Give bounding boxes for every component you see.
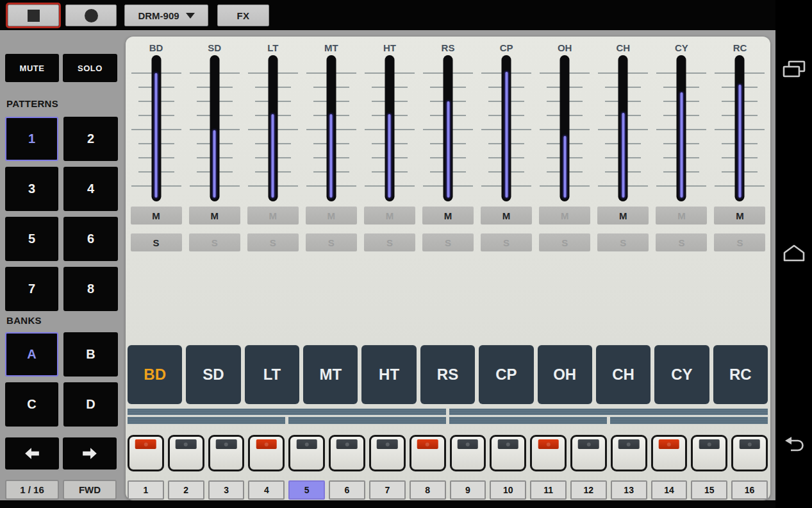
- step-button[interactable]: [410, 435, 446, 471]
- step-number-button[interactable]: 2: [168, 480, 204, 500]
- step-number-button[interactable]: 16: [731, 480, 768, 500]
- volume-fader[interactable]: [735, 55, 745, 201]
- group-indicator-bar-top[interactable]: [128, 409, 768, 415]
- mute-button[interactable]: M: [656, 207, 707, 224]
- mute-button[interactable]: M: [597, 207, 649, 224]
- pattern-length-display[interactable]: 1 / 16: [5, 480, 59, 500]
- step-number-button[interactable]: 9: [450, 480, 486, 500]
- pad-button[interactable]: OH: [538, 345, 592, 404]
- volume-fader[interactable]: [560, 55, 570, 201]
- pad-button[interactable]: MT: [303, 345, 358, 404]
- solo-button[interactable]: S: [131, 233, 182, 251]
- record-button[interactable]: [65, 4, 117, 26]
- volume-fader[interactable]: [268, 55, 278, 201]
- next-pattern-button[interactable]: [63, 437, 117, 470]
- pad-button[interactable]: LT: [245, 345, 299, 404]
- solo-button[interactable]: S: [189, 233, 240, 251]
- step-number-button[interactable]: 8: [410, 480, 446, 500]
- mute-button[interactable]: M: [131, 207, 182, 224]
- step-number-button[interactable]: 4: [248, 480, 285, 500]
- pattern-button[interactable]: 1: [5, 117, 58, 161]
- recents-button[interactable]: [781, 58, 808, 81]
- pad-button[interactable]: CH: [596, 345, 650, 404]
- solo-button[interactable]: S: [306, 233, 357, 251]
- step-button[interactable]: [530, 435, 567, 471]
- step-button[interactable]: [208, 435, 245, 471]
- volume-fader[interactable]: [210, 55, 219, 201]
- pattern-button[interactable]: 6: [63, 217, 118, 261]
- step-button[interactable]: [570, 435, 607, 471]
- pattern-button[interactable]: 5: [5, 217, 58, 261]
- home-button[interactable]: [781, 241, 808, 264]
- pad-button[interactable]: HT: [361, 345, 416, 404]
- step-number-button[interactable]: 5: [288, 480, 325, 500]
- step-button[interactable]: [128, 435, 164, 471]
- mute-button[interactable]: M: [247, 207, 299, 224]
- solo-button[interactable]: S: [539, 233, 590, 251]
- volume-fader[interactable]: [151, 55, 161, 201]
- step-button[interactable]: [731, 435, 768, 471]
- bank-button[interactable]: A: [5, 332, 58, 377]
- mute-button[interactable]: M: [364, 207, 415, 224]
- pad-button[interactable]: RC: [713, 345, 768, 404]
- solo-button[interactable]: S: [247, 233, 299, 251]
- pad-button[interactable]: SD: [186, 345, 240, 404]
- solo-button[interactable]: S: [714, 233, 765, 251]
- mute-button[interactable]: M: [189, 207, 240, 224]
- mute-button[interactable]: M: [306, 207, 357, 224]
- back-button[interactable]: [781, 434, 808, 457]
- bank-button[interactable]: B: [63, 332, 118, 377]
- pattern-button[interactable]: 2: [63, 117, 118, 161]
- pad-button[interactable]: BD: [128, 345, 182, 404]
- volume-fader[interactable]: [443, 55, 453, 201]
- prev-pattern-button[interactable]: [5, 437, 59, 470]
- solo-button[interactable]: S: [422, 233, 474, 251]
- step-number-button[interactable]: 13: [611, 480, 647, 500]
- step-button[interactable]: [450, 435, 486, 471]
- stop-button[interactable]: [8, 4, 59, 26]
- step-number-button[interactable]: 14: [651, 480, 688, 500]
- direction-button[interactable]: FWD: [63, 480, 117, 500]
- solo-button[interactable]: S: [364, 233, 415, 251]
- pattern-button[interactable]: 8: [63, 267, 118, 311]
- volume-fader[interactable]: [502, 55, 511, 201]
- pad-button[interactable]: CY: [654, 345, 709, 404]
- step-button[interactable]: [651, 435, 688, 471]
- bank-button[interactable]: C: [5, 382, 58, 427]
- volume-fader[interactable]: [385, 55, 394, 201]
- step-button[interactable]: [248, 435, 285, 471]
- kit-selector-dropdown[interactable]: DRM-909: [124, 4, 208, 26]
- pad-button[interactable]: RS: [420, 345, 475, 404]
- step-button[interactable]: [288, 435, 325, 471]
- solo-button[interactable]: S: [597, 233, 649, 251]
- mute-button[interactable]: M: [539, 207, 590, 224]
- step-button[interactable]: [329, 435, 365, 471]
- step-number-button[interactable]: 1: [128, 480, 164, 500]
- mute-mode-button[interactable]: MUTE: [5, 54, 59, 82]
- step-number-button[interactable]: 10: [490, 480, 526, 500]
- step-number-button[interactable]: 12: [570, 480, 607, 500]
- step-button[interactable]: [691, 435, 727, 471]
- step-number-button[interactable]: 3: [208, 480, 245, 500]
- fx-button[interactable]: FX: [217, 4, 269, 26]
- solo-mode-button[interactable]: SOLO: [63, 54, 117, 82]
- step-number-button[interactable]: 11: [530, 480, 567, 500]
- pattern-button[interactable]: 7: [5, 267, 58, 311]
- step-button[interactable]: [611, 435, 647, 471]
- solo-button[interactable]: S: [481, 233, 532, 251]
- step-number-button[interactable]: 6: [329, 480, 365, 500]
- step-number-button[interactable]: 7: [369, 480, 406, 500]
- solo-button[interactable]: S: [656, 233, 707, 251]
- bank-button[interactable]: D: [63, 382, 118, 427]
- step-button[interactable]: [369, 435, 406, 471]
- pad-button[interactable]: CP: [479, 345, 533, 404]
- volume-fader[interactable]: [677, 55, 686, 201]
- mute-button[interactable]: M: [422, 207, 474, 224]
- step-button[interactable]: [168, 435, 204, 471]
- mute-button[interactable]: M: [714, 207, 765, 224]
- mute-button[interactable]: M: [481, 207, 532, 224]
- step-button[interactable]: [490, 435, 526, 471]
- pattern-button[interactable]: 3: [5, 167, 58, 211]
- pattern-button[interactable]: 4: [63, 167, 118, 211]
- group-indicator-bar-bottom[interactable]: [128, 417, 768, 424]
